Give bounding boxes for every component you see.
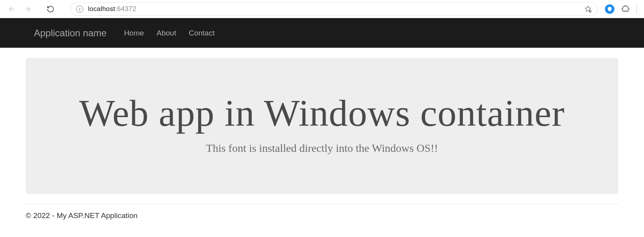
favorite-button[interactable]: [584, 5, 592, 13]
back-button[interactable]: [5, 2, 19, 16]
star-add-icon: [584, 5, 592, 13]
toolbar-divider: [637, 4, 637, 14]
puzzle-icon: [621, 5, 630, 13]
footer-divider: [26, 204, 618, 204]
navbar-brand[interactable]: Application name: [34, 28, 107, 39]
extensions-button[interactable]: [618, 2, 633, 16]
reload-icon: [47, 5, 54, 13]
url-host: localhost: [88, 5, 115, 13]
hero-title: Web app in Windows container: [45, 93, 599, 133]
address-bar[interactable]: i localhost:64372: [70, 2, 598, 16]
app-navbar: Application name Home About Contact: [0, 18, 644, 48]
url-text: localhost:64372: [88, 5, 136, 13]
nav-link-about[interactable]: About: [157, 29, 176, 37]
shield-button[interactable]: [603, 2, 617, 16]
reload-button[interactable]: [43, 2, 58, 16]
forward-button[interactable]: [21, 2, 35, 16]
nav-link-home[interactable]: Home: [124, 29, 144, 37]
hero-subtitle: This font is installed directly into the…: [45, 142, 599, 155]
jumbotron: Web app in Windows container This font i…: [26, 58, 618, 194]
arrow-left-icon: [8, 5, 16, 13]
footer-text: © 2022 - My ASP.NET Application: [0, 208, 644, 228]
browser-toolbar: i localhost:64372: [0, 0, 644, 18]
url-port: :64372: [115, 5, 136, 13]
nav-link-contact[interactable]: Contact: [189, 29, 214, 37]
arrow-right-icon: [24, 5, 32, 13]
content: Web app in Windows container This font i…: [0, 48, 644, 194]
site-info-icon[interactable]: i: [76, 6, 83, 13]
shield-icon: [605, 4, 614, 14]
